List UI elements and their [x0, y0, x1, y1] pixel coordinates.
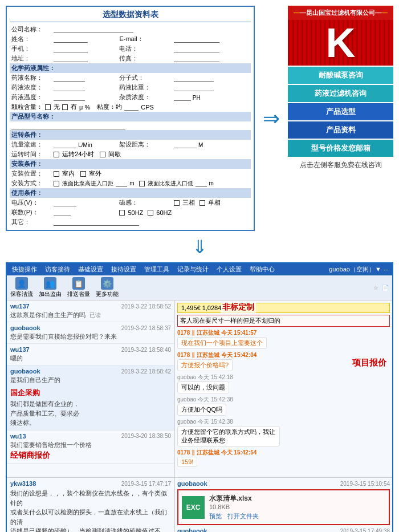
- btn-open-folder[interactable]: 打开文件夹: [227, 512, 259, 521]
- tel-label: 电话：: [117, 44, 172, 54]
- list-item[interactable]: guobaook 2019-3-22 18:58:37 您是需要我们直接给您报价…: [7, 322, 174, 344]
- btn-preview[interactable]: 预览: [209, 512, 222, 521]
- section-model: 产品型号名称：: [10, 112, 251, 121]
- cb-yes[interactable]: [62, 104, 68, 110]
- rmsg-bubble-2: 可以的，没问题: [177, 381, 229, 393]
- guoqi-text: 我们都是做国有企业的，产品质量和工艺、要求必须达标。: [10, 399, 171, 428]
- cb-outdoor[interactable]: [80, 171, 86, 177]
- toolbar-doc[interactable]: 📄: [382, 285, 389, 291]
- list-item[interactable]: wu137 2019-3-22 18:58:40 嗯的: [7, 344, 174, 366]
- cb-liquid-out[interactable]: [139, 181, 145, 186]
- msg-name-1: guobaook: [10, 324, 40, 331]
- cb-regular[interactable]: [100, 152, 105, 157]
- toolbar-right: ☆ 📄: [373, 285, 389, 291]
- file-size: 10.8KB: [209, 503, 259, 510]
- address-label: 地址：: [10, 54, 52, 63]
- msg-preview-1: 您是需要我们直接给您报价对吧？来来: [10, 332, 158, 341]
- chat-nav: 快捷操作 访客接待 基础设置 接待设置 管理工具 记录与统计 个人设置 帮助中心: [10, 265, 325, 274]
- rmsg-bubble-0: 现在我们一个项目上需要这个: [177, 337, 267, 349]
- cb-24h[interactable]: [54, 152, 59, 157]
- form-card: 选型数据资料表 公司名称： 姓名： E-mail： 手机： 电话： 地址：: [6, 6, 255, 231]
- cb-60hz[interactable]: [148, 210, 153, 216]
- cb-none[interactable]: [45, 104, 51, 110]
- toolbar-star[interactable]: ☆: [373, 285, 378, 291]
- right-msg-2: guobao 今天 15:42:18 可以的，没问题: [177, 373, 390, 393]
- btn-product-info[interactable]: 产品资料: [288, 121, 393, 139]
- msg-name-2: wu137: [10, 346, 30, 353]
- cb-liquid-in[interactable]: [54, 181, 59, 186]
- rmsg-bubble-5: 159!: [177, 457, 197, 467]
- bottom-right-time2: 2019-3-15 17:49:38: [340, 528, 390, 533]
- nav-help[interactable]: 帮助中心: [248, 265, 276, 274]
- msg-preview-4: 我们需要销售给您报一个价格: [10, 441, 158, 449]
- bottom-left-time: 2019-3-15 17:47:17: [121, 481, 171, 487]
- chat-topbar: 快捷操作 访客接待 基础设置 接待设置 管理工具 记录与统计 个人设置 帮助中心…: [7, 263, 392, 275]
- rmsg-bubble-4: 方便您留个它的联系方式吗，我让业务经理联系您: [177, 426, 280, 446]
- right-msg-3: guobao 今天 15:42:38 方便加个QQ吗: [177, 396, 390, 416]
- rmsg-sender-5: 0178 ‖ 江苏盐城 今天 15:42:54: [177, 449, 390, 457]
- jingxiao-label: 经销商报价: [10, 450, 171, 461]
- toolbar-btn-3[interactable]: 📋 排送省量: [67, 277, 90, 298]
- msg-time-4: 2019-3-20 18:38:50: [121, 433, 171, 439]
- msg-preview-0: 这款泵是你们自主生产的吗 已读: [10, 311, 158, 319]
- btn-filter[interactable]: 药液过滤机咨询: [288, 85, 393, 102]
- toolbar-btn-2[interactable]: 👥 加出监由: [39, 277, 62, 298]
- nav-personal[interactable]: 个人设置: [215, 265, 243, 274]
- chat-toolbar: 👤 保客洁流 👥 加出监由 📋 排送省量 ⚙️ 更多功能 ☆ 📄: [7, 275, 392, 300]
- bottom-right-user: guobaook: [177, 480, 207, 487]
- chem-name-label: 药液名称：: [10, 73, 52, 83]
- chat-right-panel: 非标定制 1,495€ 1,0284 客人现在要尺寸一样的但是不划归的 0178…: [175, 300, 392, 477]
- form-title: 选型数据资料表: [10, 10, 251, 22]
- btn-model-select[interactable]: 产品选型: [288, 103, 393, 120]
- btn-price-email[interactable]: 型号价格发您邮箱: [288, 140, 393, 157]
- cb-indoor[interactable]: [54, 171, 59, 177]
- list-item[interactable]: wu13 2019-3-20 18:38:50 我们需要销售给您报一个价格 经销…: [7, 431, 174, 464]
- k-logo: K: [288, 20, 393, 66]
- rmsg-bubble-1: 方便报个价格吗?: [177, 359, 233, 371]
- feibiao-label: 非标定制: [221, 302, 256, 313]
- section-install: 安装条件：: [10, 159, 251, 169]
- fax-label: 传真：: [117, 54, 172, 63]
- cb-single[interactable]: [199, 200, 205, 206]
- cb-50hz[interactable]: [119, 210, 125, 216]
- arrow-down-icon: ⇓: [192, 236, 207, 258]
- msg-header-4: wu13 2019-3-20 18:38:50: [10, 433, 171, 440]
- topbar-dots[interactable]: ···: [384, 266, 389, 273]
- nav-visit[interactable]: 访客接待: [43, 265, 72, 274]
- cb-three[interactable]: [174, 200, 180, 206]
- right-panel: —昆山国宝过滤机有限公司— K 耐酸碱泵咨询 药液过滤机咨询 产品选型 产品资料…: [288, 6, 393, 170]
- rmsg-sender-2: guobao 今天 15:42:18: [177, 373, 390, 381]
- toolbar-icon-more: ⚙️: [101, 277, 113, 290]
- nav-quick[interactable]: 快捷操作: [10, 265, 39, 274]
- list-item[interactable]: guobaook 2019-3-22 18:58:42 是我们自己生产的 国企采…: [7, 366, 174, 431]
- top-section: 选型数据资料表 公司名称： 姓名： E-mail： 手机： 电话： 地址：: [0, 0, 399, 234]
- toolbar-btn-1[interactable]: 👤 保客洁流: [10, 277, 33, 298]
- btn-acid-pump[interactable]: 耐酸碱泵咨询: [288, 67, 393, 84]
- custom-note: 客人现在要尺寸一样的但是不划归的: [177, 315, 390, 327]
- nav-manage[interactable]: 管理工具: [142, 265, 171, 274]
- k-letter: K: [326, 20, 356, 66]
- list-item[interactable]: wu137 2019-3-22 18:58:52 这款泵是你们自主生产的吗 已读: [7, 300, 174, 322]
- concentration-label: 药液浓度：: [10, 83, 52, 92]
- chat-section: 快捷操作 访客接待 基础设置 接待设置 管理工具 记录与统计 个人设置 帮助中心…: [6, 262, 393, 532]
- right-msg-0: 0178 ‖ 江苏盐城 今天 15:41:57 现在我们一个项目上需要这个: [177, 329, 390, 349]
- toolbar-icon-3: 📋: [72, 277, 85, 290]
- msg-time-2: 2019-3-22 18:58:40: [121, 347, 171, 353]
- nav-receive[interactable]: 接待设置: [109, 265, 138, 274]
- bottom-right-header2: guobaook 2019-3-15 17:49:38: [177, 527, 390, 532]
- msg-time-3: 2019-3-22 18:58:42: [121, 368, 171, 375]
- guoqi-label: 国企采购: [10, 387, 171, 399]
- toolbar-btn-more[interactable]: ⚙️ 更多功能: [96, 277, 119, 298]
- xiangmu-label: 项目报价: [352, 358, 386, 368]
- msg-name-3: guobaook: [10, 368, 40, 375]
- section-chemical: 化学药液属性：: [10, 63, 251, 73]
- chat-bottom-left: ykw3138 2019-3-15 17:47:17 我们的设想是，，，装个检测…: [7, 478, 175, 532]
- section-operation: 运转条件：: [10, 130, 251, 140]
- nav-basic[interactable]: 基础设置: [76, 265, 105, 274]
- temp-label: 药液温度：: [10, 92, 52, 102]
- bottom-left-user: ykw3138: [10, 480, 36, 487]
- email-label: E-mail：: [117, 34, 172, 44]
- specific-gravity-label: 药液比重：: [117, 83, 172, 92]
- nav-record[interactable]: 记录与统计: [176, 265, 210, 274]
- file-info: 水泵清单.xlsx 10.8KB 预览 打开文件夹: [209, 494, 259, 521]
